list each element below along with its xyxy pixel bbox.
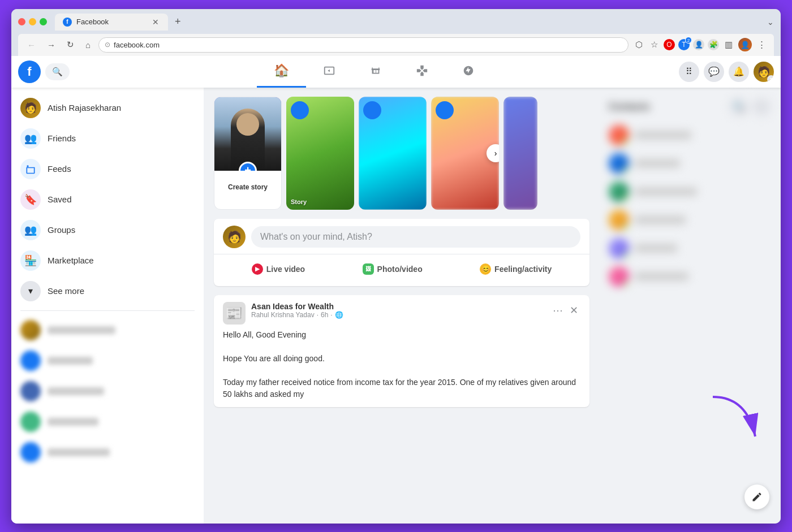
- home-button[interactable]: ⌂: [82, 38, 94, 51]
- composer-divider: [214, 254, 589, 254]
- new-tab-button[interactable]: +: [170, 14, 186, 30]
- extension-badge: 2: [685, 37, 692, 44]
- url-bar[interactable]: ⊙ facebook.com: [98, 37, 629, 53]
- facebook-logo[interactable]: f: [18, 60, 41, 83]
- security-icon: ⊙: [105, 41, 110, 49]
- nav-marketplace-top[interactable]: [352, 56, 399, 88]
- nav-metaverse[interactable]: [445, 56, 492, 88]
- create-story-card[interactable]: + Create story: [214, 97, 282, 210]
- sidebar-item-groups[interactable]: 👥 Groups: [15, 215, 200, 245]
- window-controls: [18, 18, 47, 25]
- sidebar-toggle[interactable]: ▥: [722, 37, 735, 52]
- sidebar-groups-label: Groups: [48, 225, 75, 235]
- composer-actions: ▶ Live video 🖼 Photo/video 😊 Feeling/act…: [223, 259, 580, 279]
- story-card-4[interactable]: [503, 97, 537, 210]
- forward-button[interactable]: →: [44, 38, 59, 51]
- user-account-button[interactable]: 🧑 ▾: [754, 62, 774, 82]
- feed: + Create story Story: [209, 88, 594, 524]
- messenger-button[interactable]: 💬: [704, 62, 724, 82]
- browser-window: f Facebook ✕ + ⌄ ← → ↻ ⌂ ⊙ facebook.com …: [11, 9, 781, 524]
- right-panel-blurred: Contacts 🔍 ⋯: [604, 97, 776, 290]
- bookmark-button[interactable]: ☆: [648, 37, 660, 52]
- reload-button[interactable]: ↻: [63, 38, 78, 51]
- edit-float-button[interactable]: [744, 485, 769, 509]
- contact-online-dot-3: [623, 196, 629, 201]
- post-more-options-button[interactable]: ⋯: [550, 302, 565, 319]
- story-2-avatar: [363, 101, 381, 119]
- post-time: 6h: [321, 311, 328, 319]
- sidebar-user-profile[interactable]: 🧑 Atish Rajasekharan: [15, 93, 200, 123]
- story-card-3[interactable]: ›: [431, 97, 499, 210]
- notifications-button[interactable]: 🔔: [729, 62, 749, 82]
- post-close-button[interactable]: ✕: [567, 302, 580, 319]
- composer-input[interactable]: What's on your mind, Atish?: [251, 226, 580, 248]
- nav-right: ⠿ 💬 🔔 🧑 ▾: [679, 62, 774, 82]
- live-video-button[interactable]: ▶ Live video: [245, 259, 312, 279]
- contacts-title: Contacts: [609, 101, 650, 113]
- window-minimize-button[interactable]: [29, 18, 36, 25]
- contact-online-dot-6: [623, 280, 629, 286]
- feeling-button[interactable]: 😊 Feeling/activity: [473, 259, 558, 279]
- sidebar-item-feeds[interactable]: Feeds: [15, 154, 200, 184]
- post-page-avatar: 📰: [223, 302, 246, 325]
- extension-avatar[interactable]: 👤: [693, 39, 704, 50]
- contact-avatar-3: [609, 181, 629, 202]
- contacts-more-button: ⋯: [751, 97, 772, 117]
- post-card: 📰 Asan Ideas for Wealth Rahul Krishna Ya…: [214, 295, 589, 407]
- tab-favicon: f: [63, 18, 72, 27]
- post-actions-right: ⋯ ✕: [550, 302, 580, 319]
- sidebar-username: Atish Rajasekharan: [48, 103, 121, 113]
- sidebar-see-more-label: See more: [48, 286, 84, 296]
- window-maximize-button[interactable]: [40, 18, 47, 25]
- nav-video[interactable]: [306, 56, 352, 88]
- contact-online-dot-2: [623, 167, 629, 173]
- story-card-1[interactable]: Story: [286, 97, 354, 210]
- contact-online-dot-5: [623, 252, 629, 258]
- stories-container: + Create story Story: [214, 97, 589, 210]
- post-author: Rahul Krishna Yadav: [251, 311, 315, 319]
- live-video-label: Live video: [266, 265, 305, 274]
- window-close-button[interactable]: [18, 18, 25, 25]
- contacts-search-button: 🔍: [729, 97, 749, 117]
- tab-expand-button[interactable]: ⌄: [767, 18, 774, 27]
- tab-bar: f Facebook ✕ + ⌄: [18, 14, 774, 31]
- photo-video-button[interactable]: 🖼 Photo/video: [356, 259, 429, 279]
- extension-puzzle[interactable]: 🧩: [708, 39, 719, 50]
- post-composer: 🧑 What's on your mind, Atish? ▶ Live vid…: [214, 219, 589, 286]
- apps-button[interactable]: ⠿: [679, 62, 699, 82]
- contact-item-3: [604, 178, 776, 205]
- browser-user-avatar[interactable]: 👤: [738, 38, 752, 51]
- nav-center: 🏠: [70, 56, 679, 88]
- search-icon: 🔍: [52, 67, 63, 77]
- contact-item-6: [604, 263, 776, 290]
- sidebar-item-marketplace[interactable]: 🏪 Marketplace: [15, 246, 200, 275]
- sidebar-feeds-label: Feeds: [48, 164, 71, 174]
- sidebar-item-saved[interactable]: 🔖 Saved: [15, 185, 200, 214]
- story-card-2[interactable]: [359, 97, 427, 210]
- cast-button[interactable]: ⬡: [633, 37, 645, 52]
- tab-close-button[interactable]: ✕: [151, 17, 160, 27]
- active-tab[interactable]: f Facebook ✕: [55, 14, 168, 31]
- address-bar: ← → ↻ ⌂ ⊙ facebook.com ⬡ ☆ O T 2 👤 🧩 ▥: [18, 34, 774, 56]
- post-dot-separator: ·: [317, 311, 318, 319]
- post-content: Hello All, Good Evening Hope You are all…: [214, 329, 589, 407]
- nav-gaming[interactable]: [399, 56, 445, 88]
- browser-menu-button[interactable]: ⋮: [755, 37, 768, 52]
- post-page-name: Asan Ideas for Wealth: [251, 302, 545, 311]
- contact-name-4: [635, 216, 686, 224]
- contact-name-5: [635, 244, 677, 252]
- browser-actions: ⬡ ☆ O T 2 👤 🧩 ▥ 👤 ⋮: [633, 37, 768, 52]
- sidebar-see-more[interactable]: ▾ See more: [15, 276, 200, 306]
- sidebar-user-avatar: 🧑: [20, 98, 41, 118]
- search-bar[interactable]: 🔍: [45, 63, 70, 80]
- sidebar-divider: [20, 310, 195, 311]
- sidebar-item-friends[interactable]: 👥 Friends: [15, 124, 200, 153]
- back-button[interactable]: ←: [24, 38, 39, 51]
- fb-main: 🧑 Atish Rajasekharan 👥 Friends Feeds: [11, 88, 781, 524]
- extension-translate[interactable]: T 2: [678, 39, 690, 50]
- nav-home[interactable]: 🏠: [257, 56, 306, 88]
- contact-name-2: [635, 159, 680, 167]
- contact-name-3: [635, 188, 697, 196]
- story-1-avatar: [291, 101, 309, 119]
- extension-opera[interactable]: O: [664, 39, 675, 50]
